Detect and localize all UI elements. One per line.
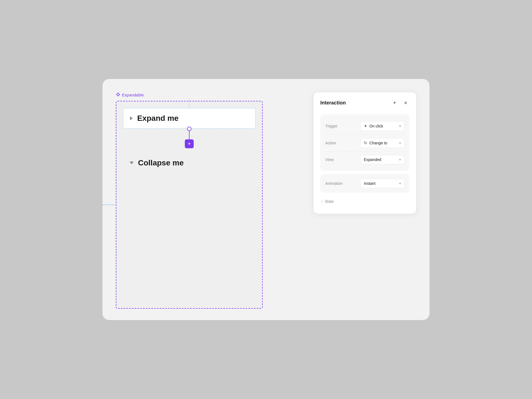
trigger-row: Trigger ✦ On click ▾ [325,119,405,133]
close-panel-button[interactable]: × [402,99,410,107]
view-select[interactable]: Expanded ▾ [360,155,405,164]
component-name: Expandable [122,93,144,97]
connector-dot [187,127,191,131]
connector-line-v [189,131,190,139]
collapse-row[interactable]: Collapse me [116,151,262,175]
inner-dashed-box[interactable]: Expand me + [123,108,255,129]
expand-text: Expand me [137,114,178,123]
animation-select[interactable]: Instant ▾ [360,179,405,188]
on-click-icon: ✦ [364,124,367,129]
expandable-icon [116,92,120,98]
add-connection-button[interactable]: + [185,139,194,148]
view-row: View Expanded ▾ [325,151,405,167]
animation-chevron-icon: ▾ [399,182,401,185]
triangle-down-icon [130,162,134,164]
animation-section: Animation Instant ▾ [320,174,410,193]
view-chevron-icon: ▾ [399,158,401,162]
animation-value: Instant [364,181,375,186]
action-label: Action [325,141,336,145]
trigger-label: Trigger [325,124,337,128]
action-select[interactable]: ↻ Change to ▾ [360,138,405,148]
connection-line [102,204,116,205]
connector-area: + [185,127,194,148]
expand-row[interactable]: Expand me [123,108,255,128]
canvas-area: Expandable Expand me + [116,92,300,307]
panel-header: Interaction + × [320,99,410,107]
main-container: Expandable Expand me + [103,79,429,320]
trigger-chevron-icon: ▾ [399,124,401,128]
change-to-icon: ↻ [364,140,367,145]
panel-title: Interaction [320,100,346,106]
interaction-panel: Interaction + × Trigger ✦ On click [314,92,416,214]
state-chevron-icon: › [321,200,323,203]
add-interaction-button[interactable]: + [391,99,398,107]
action-row: Action ↻ Change to ▾ [325,134,405,150]
trigger-select[interactable]: ✦ On click ▾ [360,121,405,131]
view-value: Expanded [364,157,381,162]
top-connector [189,98,190,108]
panel-actions: + × [391,99,410,107]
state-row[interactable]: › State [321,199,408,204]
animation-label: Animation [325,181,342,186]
triangle-right-icon [130,116,133,120]
animation-row: Animation Instant ▾ [325,179,405,188]
view-label: View [325,157,334,162]
outer-dashed-box: Expand me + Collapse me [116,101,263,309]
component-label: Expandable [116,92,300,98]
trigger-value: On click [369,124,383,128]
collapse-text: Collapse me [138,158,184,167]
state-label: State [325,199,334,204]
state-section[interactable]: › State [320,196,410,207]
action-chevron-icon: ▾ [399,141,401,145]
action-value: Change to [369,141,387,145]
trigger-action-section: Trigger ✦ On click ▾ Action [320,114,410,171]
